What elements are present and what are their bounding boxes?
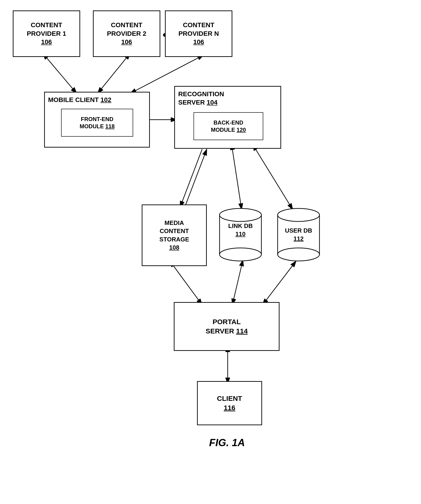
portal-server-label: PORTALSERVER 114 (206, 317, 248, 336)
mobile-client-box: MOBILE CLIENT 102 FRONT-ENDMODULE 118 (44, 92, 150, 148)
svg-line-8 (232, 149, 242, 210)
diagram-container: CONTENTPROVIDER 1 106 CONTENTPROVIDER 2 … (0, 0, 421, 504)
client-label: CLIENT116 (217, 394, 242, 413)
content-provider-1-box: CONTENTPROVIDER 1 106 (13, 11, 80, 57)
svg-point-19 (278, 208, 319, 222)
svg-line-6 (180, 149, 202, 207)
user-db-cylinder: USER DB112 (275, 206, 322, 264)
svg-line-10 (173, 265, 202, 305)
content-provider-2-label: CONTENTPROVIDER 2 (107, 21, 146, 38)
svg-line-2 (47, 58, 77, 93)
recognition-server-box: RECOGNITIONSERVER 104 BACK-ENDMODULE 120 (174, 86, 281, 149)
content-provider-2-ref: 106 (121, 38, 132, 46)
link-db-cylinder: LINK DB110 (217, 206, 264, 264)
svg-line-12 (263, 265, 293, 305)
content-provider-n-label: CONTENTPROVIDER N (178, 21, 219, 38)
content-provider-1-label: CONTENTPROVIDER 1 (27, 21, 66, 38)
front-end-module-box: FRONT-ENDMODULE 118 (61, 109, 133, 137)
arrows-svg (0, 0, 421, 504)
content-provider-2-box: CONTENTPROVIDER 2 106 (93, 11, 160, 57)
portal-server-box: PORTALSERVER 114 (174, 302, 279, 351)
svg-point-16 (220, 208, 261, 222)
back-end-module-label: BACK-ENDMODULE 120 (211, 119, 246, 133)
svg-line-7 (185, 149, 207, 207)
svg-line-9 (256, 149, 293, 210)
media-content-storage-label: MEDIACONTENTSTORAGE108 (159, 219, 189, 252)
svg-line-11 (232, 265, 242, 305)
link-db-label: LINK DB110 (217, 222, 264, 238)
svg-point-15 (220, 248, 261, 261)
svg-point-18 (278, 248, 319, 261)
figure-label: FIG. 1A (209, 437, 245, 449)
content-provider-n-box: CONTENTPROVIDER N 106 (165, 11, 232, 57)
client-box: CLIENT116 (197, 381, 262, 425)
svg-line-3 (98, 58, 127, 93)
content-provider-1-ref: 106 (41, 38, 52, 46)
content-provider-n-ref: 106 (193, 38, 204, 46)
back-end-module-box: BACK-ENDMODULE 120 (193, 112, 263, 140)
front-end-module-label: FRONT-ENDMODULE 118 (80, 115, 115, 130)
user-db-label: USER DB112 (275, 227, 322, 243)
media-content-storage-box: MEDIACONTENTSTORAGE108 (142, 204, 207, 266)
